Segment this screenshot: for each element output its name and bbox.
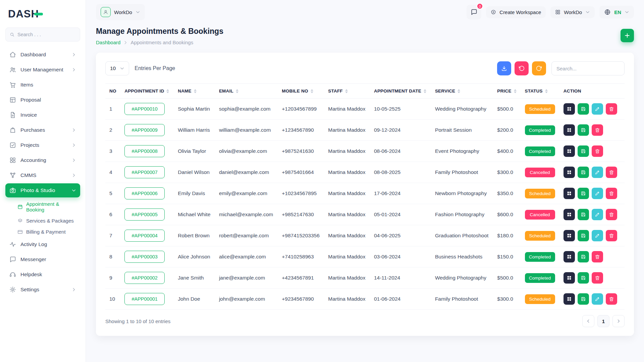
column-status[interactable]: STATUS bbox=[521, 84, 559, 99]
sidebar-item-label: Proposal bbox=[20, 97, 41, 103]
delete-action-button[interactable] bbox=[606, 230, 617, 241]
appointment-id-badge[interactable]: #APP00005 bbox=[124, 208, 165, 221]
breadcrumb-dashboard-link[interactable]: Dashboard bbox=[96, 40, 120, 45]
cell-no: 3 bbox=[105, 141, 120, 162]
save-action-button[interactable] bbox=[578, 230, 589, 241]
column-appointment-date[interactable]: APPOINTMENT DATE bbox=[370, 84, 431, 99]
undo-button[interactable] bbox=[515, 61, 529, 75]
bag-icon bbox=[9, 127, 16, 133]
save-action-button[interactable] bbox=[578, 272, 589, 284]
save-action-button[interactable] bbox=[578, 251, 589, 262]
export-button[interactable] bbox=[497, 61, 511, 75]
pagination-page-button[interactable]: 1 bbox=[597, 315, 609, 327]
column-email[interactable]: EMAIL bbox=[215, 84, 278, 99]
sidebar-item-services-and-packages[interactable]: Services & Packages bbox=[5, 215, 80, 226]
delete-action-button[interactable] bbox=[606, 188, 617, 199]
messages-button[interactable]: 0 bbox=[467, 5, 481, 19]
edit-action-button[interactable] bbox=[592, 103, 603, 115]
appointment-id-badge[interactable]: #APP00006 bbox=[124, 187, 165, 199]
column-staff[interactable]: STAFF bbox=[324, 84, 370, 99]
details-action-button[interactable] bbox=[564, 145, 575, 157]
delete-action-button[interactable] bbox=[606, 103, 617, 115]
cell-actions bbox=[559, 246, 625, 267]
appointment-id-badge[interactable]: #APP00002 bbox=[124, 272, 165, 284]
sidebar-item-user-management[interactable]: User Management bbox=[5, 63, 80, 77]
column-appointment-id[interactable]: APPOINTMENT ID bbox=[120, 84, 174, 99]
sidebar-item-proposal[interactable]: Proposal bbox=[5, 93, 80, 107]
appointment-id-badge[interactable]: #APP00009 bbox=[124, 124, 165, 136]
delete-action-button[interactable] bbox=[592, 124, 603, 136]
edit-action-button[interactable] bbox=[592, 209, 603, 220]
save-action-button[interactable] bbox=[578, 209, 589, 220]
details-action-button[interactable] bbox=[564, 293, 575, 305]
details-action-button[interactable] bbox=[564, 103, 575, 115]
edit-action-button[interactable] bbox=[592, 167, 603, 178]
refresh-button[interactable] bbox=[532, 61, 546, 75]
delete-action-button[interactable] bbox=[606, 293, 617, 305]
details-action-button[interactable] bbox=[564, 188, 575, 199]
sidebar-item-items[interactable]: Items bbox=[5, 78, 80, 92]
appointment-id-badge[interactable]: #APP00004 bbox=[124, 230, 165, 242]
appointment-id-badge[interactable]: #APP00001 bbox=[124, 293, 165, 305]
sidebar-item-accounting[interactable]: Accounting bbox=[5, 153, 80, 167]
pagination-next-button[interactable] bbox=[612, 315, 625, 327]
table-search-input[interactable] bbox=[551, 61, 625, 75]
sidebar-item-appointment-and-booking[interactable]: Appointment & Booking bbox=[5, 198, 80, 215]
delete-action-button[interactable] bbox=[606, 167, 617, 178]
workdo-menu-button[interactable]: WorkDo bbox=[550, 6, 595, 18]
appointment-id-badge[interactable]: #APP00007 bbox=[124, 166, 165, 178]
cell-staff: Martina Maddox bbox=[324, 183, 370, 204]
sidebar-item-photo-and-studio[interactable]: Photo & Studio bbox=[5, 183, 80, 197]
save-action-button[interactable] bbox=[578, 167, 589, 178]
sidebar-item-helpdesk[interactable]: Helpdesk bbox=[5, 267, 80, 282]
save-icon bbox=[581, 148, 586, 154]
sidebar-item-billing-and-payment[interactable]: Billing & Payment bbox=[5, 226, 80, 237]
delete-action-button[interactable] bbox=[592, 251, 603, 262]
column-name[interactable]: NAME bbox=[174, 84, 215, 99]
details-action-button[interactable] bbox=[564, 209, 575, 220]
sidebar-item-messenger[interactable]: Messenger bbox=[5, 252, 80, 266]
details-action-button[interactable] bbox=[564, 124, 575, 136]
pagination-prev-button[interactable] bbox=[582, 315, 594, 327]
sidebar-item-dashboard[interactable]: Dashboard bbox=[5, 48, 80, 62]
sidebar-search[interactable] bbox=[5, 27, 80, 42]
appointment-id-badge[interactable]: #APP00008 bbox=[124, 145, 165, 157]
sort-icon bbox=[458, 89, 460, 93]
column-mobile-no[interactable]: MOBILE NO bbox=[278, 84, 324, 99]
appointment-id-badge[interactable]: #APP00010 bbox=[124, 103, 165, 115]
entries-per-page-select[interactable]: 10 bbox=[105, 61, 129, 75]
delete-action-button[interactable] bbox=[592, 145, 603, 157]
workspace-switcher[interactable]: WorkDo bbox=[96, 4, 145, 20]
details-action-button[interactable] bbox=[564, 251, 575, 262]
sidebar-search-input[interactable] bbox=[17, 32, 76, 37]
sidebar-item-activity-log[interactable]: Activity Log bbox=[5, 237, 80, 251]
column-service[interactable]: SERVICE bbox=[431, 84, 493, 99]
save-action-button[interactable] bbox=[578, 103, 589, 115]
add-appointment-button[interactable] bbox=[621, 29, 634, 42]
page-header: Manage Appointments & Bookings Dashboard… bbox=[96, 27, 634, 45]
details-action-button[interactable] bbox=[564, 230, 575, 241]
save-action-button[interactable] bbox=[578, 145, 589, 157]
save-action-button[interactable] bbox=[578, 293, 589, 305]
cell-actions bbox=[559, 120, 625, 141]
edit-action-button[interactable] bbox=[592, 293, 603, 305]
sidebar-item-settings[interactable]: Settings bbox=[5, 283, 80, 297]
language-selector[interactable]: EN bbox=[599, 6, 634, 18]
details-action-button[interactable] bbox=[564, 167, 575, 178]
save-action-button[interactable] bbox=[578, 188, 589, 199]
delete-action-button[interactable] bbox=[592, 272, 603, 284]
sidebar-item-cmms[interactable]: CMMS bbox=[5, 168, 80, 182]
edit-action-button[interactable] bbox=[592, 230, 603, 241]
sidebar-item-projects[interactable]: Projects bbox=[5, 138, 80, 152]
appointment-id-badge[interactable]: #APP00003 bbox=[124, 251, 165, 263]
cell-email: alice@example.com bbox=[215, 246, 278, 267]
details-action-button[interactable] bbox=[564, 272, 575, 284]
grid-sm-icon bbox=[567, 254, 572, 259]
edit-action-button[interactable] bbox=[592, 188, 603, 199]
create-workspace-button[interactable]: Create Workspace bbox=[486, 6, 546, 18]
sidebar-item-invoice[interactable]: Invoice bbox=[5, 108, 80, 122]
delete-action-button[interactable] bbox=[606, 209, 617, 220]
sidebar-item-purchases[interactable]: Purchases bbox=[5, 123, 80, 137]
save-action-button[interactable] bbox=[578, 124, 589, 136]
column-price[interactable]: PRICE bbox=[493, 84, 521, 99]
